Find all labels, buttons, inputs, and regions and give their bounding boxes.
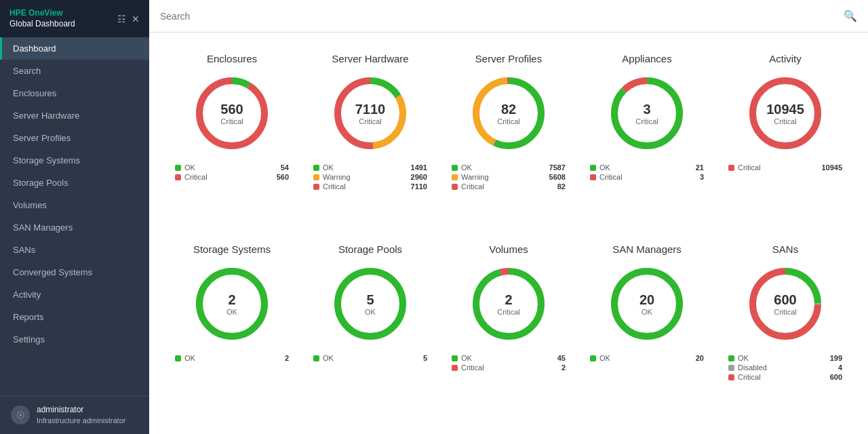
- legend-count: 7110: [411, 182, 427, 191]
- sidebar-item-activity[interactable]: Activity: [0, 283, 149, 306]
- search-input[interactable]: [160, 11, 844, 22]
- sidebar-logo: HPE OneView Global Dashboard: [9, 8, 75, 29]
- legend-count: 3: [700, 173, 704, 181]
- card-legend: Critical10945: [728, 163, 842, 173]
- legend-row: OK2: [175, 354, 289, 362]
- sidebar-item-server-hardware[interactable]: Server Hardware: [0, 104, 149, 127]
- legend-row: Warning2960: [313, 173, 427, 181]
- donut-chart[interactable]: 3Critical: [606, 73, 688, 154]
- legend-label: Warning: [323, 173, 408, 181]
- donut-chart[interactable]: 2Critical: [468, 263, 549, 344]
- legend-dot: [313, 174, 319, 180]
- sidebar-item-dashboard[interactable]: Dashboard: [0, 37, 149, 60]
- donut-status: OK: [365, 308, 376, 316]
- legend-row: Warning5608: [452, 173, 566, 181]
- legend-row: OK54: [175, 163, 289, 172]
- donut-chart[interactable]: 7110Critical: [330, 73, 411, 154]
- donut-value: 2: [497, 292, 520, 308]
- donut-status: OK: [639, 308, 654, 316]
- legend-dot: [728, 355, 734, 361]
- donut-status: Critical: [355, 117, 386, 125]
- topbar: 🔍: [149, 0, 868, 33]
- sidebar-nav: DashboardSearchEnclosuresServer Hardware…: [0, 37, 149, 395]
- card-title: SAN Managers: [612, 243, 682, 255]
- legend-row: Disabled4: [728, 363, 842, 372]
- sidebar-item-san-managers[interactable]: SAN Managers: [0, 216, 149, 239]
- donut-status: OK: [226, 308, 237, 316]
- card-legend: OK21Critical3: [590, 163, 704, 182]
- card-server-hardware: Server Hardware7110CriticalOK1491Warning…: [308, 46, 433, 230]
- legend-count: 45: [557, 354, 566, 362]
- card-storage-systems: Storage Systems2OKOK2: [170, 237, 294, 420]
- legend-label: Critical: [599, 173, 696, 181]
- donut-chart[interactable]: 10945Critical: [745, 73, 826, 154]
- card-legend: OK45Critical2: [452, 354, 566, 373]
- legend-row: OK5: [313, 354, 427, 362]
- legend-label: OK: [599, 354, 692, 362]
- legend-label: Critical: [738, 163, 818, 172]
- legend-dot: [728, 374, 734, 380]
- legend-dot: [452, 355, 458, 361]
- donut-status: Critical: [635, 117, 658, 125]
- card-title: Storage Pools: [338, 243, 402, 255]
- donut-value: 82: [497, 102, 520, 117]
- avatar: ☉: [11, 406, 30, 425]
- close-icon[interactable]: ✕: [132, 14, 140, 24]
- legend-label: Critical: [323, 182, 408, 191]
- card-legend: OK1491Warning2960Critical7110: [313, 163, 427, 192]
- card-volumes: Volumes2CriticalOK45Critical2: [446, 237, 571, 420]
- sidebar-item-search[interactable]: Search: [0, 60, 149, 82]
- user-role: Infrastructure administrator: [37, 416, 125, 426]
- donut-chart[interactable]: 5OK: [330, 263, 411, 344]
- donut-value: 600: [774, 292, 797, 308]
- donut-status: Critical: [497, 308, 520, 316]
- card-appliances: Appliances3CriticalOK21Critical3: [585, 46, 709, 230]
- legend-row: Critical10945: [728, 163, 842, 172]
- username: administrator: [37, 404, 125, 416]
- legend-count: 2960: [411, 173, 427, 181]
- sidebar-item-storage-pools[interactable]: Storage Pools: [0, 172, 149, 194]
- card-title: SANs: [772, 243, 798, 255]
- filter-icon[interactable]: ☷: [117, 14, 126, 24]
- card-enclosures: Enclosures560CriticalOK54Critical560: [170, 46, 294, 230]
- legend-dot: [452, 184, 458, 190]
- card-title: Enclosures: [207, 53, 257, 64]
- legend-label: OK: [738, 354, 827, 362]
- donut-value: 2: [226, 292, 237, 308]
- legend-row: OK199: [728, 354, 842, 362]
- donut-chart[interactable]: 560Critical: [191, 73, 273, 154]
- legend-row: Critical600: [728, 373, 842, 381]
- donut-value: 20: [639, 292, 654, 308]
- sidebar-item-converged-systems[interactable]: Converged Systems: [0, 261, 149, 283]
- card-san-managers: SAN Managers20OKOK20: [585, 237, 709, 420]
- card-legend: OK5: [313, 354, 427, 363]
- donut-value: 560: [220, 102, 243, 117]
- legend-dot: [452, 174, 458, 180]
- donut-chart[interactable]: 600Critical: [745, 263, 826, 344]
- legend-count: 600: [830, 373, 842, 381]
- sidebar-item-reports[interactable]: Reports: [0, 306, 149, 328]
- legend-row: Critical7110: [313, 182, 427, 191]
- card-legend: OK54Critical560: [175, 163, 289, 182]
- sidebar-header: HPE OneView Global Dashboard ☷ ✕: [0, 0, 149, 37]
- sidebar-item-volumes[interactable]: Volumes: [0, 194, 149, 216]
- card-legend: OK7587Warning5608Critical82: [452, 163, 566, 192]
- sidebar-item-enclosures[interactable]: Enclosures: [0, 82, 149, 104]
- sidebar-item-server-profiles[interactable]: Server Profiles: [0, 127, 149, 149]
- sidebar-item-sans[interactable]: SANs: [0, 239, 149, 261]
- legend-label: OK: [461, 354, 554, 362]
- card-server-profiles: Server Profiles82CriticalOK7587Warning56…: [446, 46, 571, 230]
- legend-label: Warning: [461, 173, 546, 181]
- donut-value: 10945: [766, 102, 804, 117]
- donut-chart[interactable]: 2OK: [191, 263, 273, 344]
- donut-value: 5: [365, 292, 376, 308]
- legend-count: 4: [838, 363, 842, 372]
- app-title: HPE OneView Global Dashboard: [9, 8, 75, 29]
- legend-label: Critical: [461, 363, 558, 372]
- donut-chart[interactable]: 20OK: [606, 263, 688, 344]
- donut-chart[interactable]: 82Critical: [468, 73, 549, 154]
- legend-label: Critical: [461, 182, 554, 191]
- sidebar-item-settings[interactable]: Settings: [0, 328, 149, 351]
- sidebar-item-storage-systems[interactable]: Storage Systems: [0, 149, 149, 172]
- search-icon[interactable]: 🔍: [844, 9, 857, 22]
